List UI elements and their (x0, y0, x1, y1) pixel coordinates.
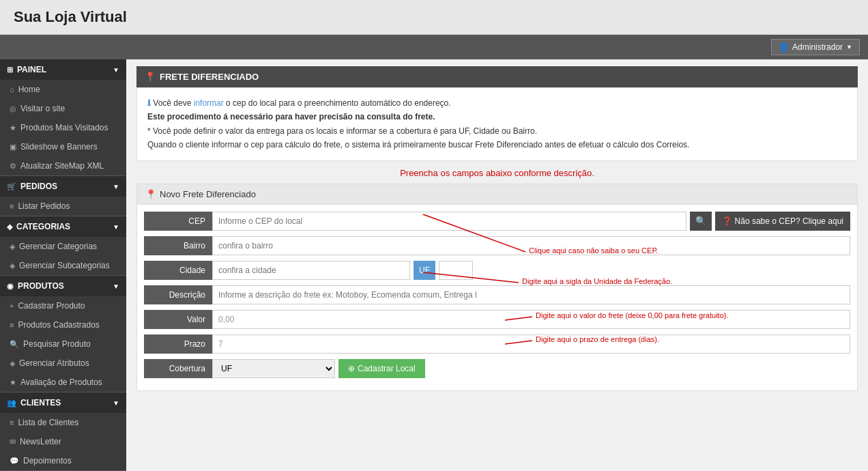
form-row-bairro: Bairro (137, 236, 857, 255)
cep-input-wrap: 🔍 ❓ Não sabe o CEP? Clique aqui (212, 212, 850, 231)
top-header: Sua Loja Virtual (0, 0, 868, 35)
bairro-input[interactable] (212, 236, 850, 255)
list2-icon: ≡ (10, 321, 14, 329)
form-row-cep: CEP 🔍 ❓ Não sabe o CEP? Clique aqui (137, 212, 857, 231)
produtos-icon: ◉ (7, 282, 14, 290)
sitemap-icon: ⚙ (10, 162, 16, 171)
home-icon: ⌂ (10, 85, 14, 94)
pedidos-icon: 🛒 (7, 182, 16, 190)
info-box: ℹ Você deve informar o cep do local para… (136, 87, 858, 161)
admin-bar: 👤 Administrador (0, 35, 868, 59)
sidebar-item-gerenciar-categorias[interactable]: ◈ Gerenciar Categorias (0, 237, 126, 256)
sidebar-header-produtos[interactable]: ◉PRODUTOS ▼ (0, 276, 126, 296)
info-circle-icon: ℹ (147, 98, 151, 108)
valor-input[interactable] (212, 310, 850, 329)
prazo-input[interactable] (212, 334, 850, 354)
sidebar-item-gerenciar-subcategorias[interactable]: ◈ Gerenciar Subcategorias (0, 256, 126, 275)
categorias-label: CATEGORIAS (16, 222, 70, 231)
sidebar-section-produtos: ◉PRODUTOS ▼ + Cadastrar Produto ≡ Produt… (0, 276, 126, 392)
sidebar-item-home[interactable]: ⌂ Home (0, 80, 126, 99)
sidebar-item-depoimentos[interactable]: 💬 Depoimentos (0, 451, 126, 470)
question-icon: ❓ (722, 216, 732, 226)
sidebar-item-cadastrar-produto[interactable]: + Cadastrar Produto (0, 296, 126, 315)
list-icon: ≡ (10, 202, 14, 210)
star-icon: ★ (10, 124, 16, 132)
admin-label: Administrador (792, 42, 843, 52)
info-highlight: informar (194, 98, 224, 108)
painel-label: PAINEL (17, 65, 46, 74)
sidebar-item-produtos-cadastrados[interactable]: ≡ Produtos Cadastrados (0, 315, 126, 334)
sidebar-section-painel: ⊞PAINEL ▼ ⌂ Home ◎ Visitar o site ★ Prod… (0, 59, 126, 176)
visitar-icon: ◎ (10, 104, 16, 113)
layout: ⊞PAINEL ▼ ⌂ Home ◎ Visitar o site ★ Prod… (0, 59, 868, 471)
sidebar-header-categorias[interactable]: ◈CATEGORIAS ▼ (0, 216, 126, 237)
sidebar-item-gerenciar-atributos[interactable]: ◈ Gerenciar Atributos (0, 354, 126, 373)
sidebar-header-clientes[interactable]: 👥CLIENTES ▼ (0, 392, 126, 413)
plus-icon: ⊕ (348, 364, 355, 373)
sidebar-item-produtos-visitados[interactable]: ★ Produtos Mais Visitados (0, 118, 126, 137)
sidebar-item-pesquisar-produto[interactable]: 🔍 Pesquisar Produto (0, 334, 126, 354)
sidebar-item-lista-clientes[interactable]: ≡ Lista de Clientes (0, 413, 126, 432)
info-line-2: Este procedimento á necessário para have… (147, 110, 847, 124)
sidebar-item-listar-pedidos[interactable]: ≡ Listar Pedidos (0, 197, 126, 216)
form-row-cidade: Cidade UF (137, 261, 857, 280)
pedidos-label: PEDIDOS (20, 182, 57, 191)
sidebar-item-avaliacao[interactable]: ★ Avaliação de Produtos (0, 373, 126, 392)
page-title: FRETE DIFERENCIADO (160, 72, 259, 82)
clientes-arrow: ▼ (113, 399, 119, 407)
sidebar-item-sitemap[interactable]: ⚙ Atualizar SiteMap XML (0, 156, 126, 175)
clientes-label: CLIENTES (20, 398, 61, 408)
cep-search-button[interactable]: 🔍 (690, 212, 712, 231)
main-content: 📍 FRETE DIFERENCIADO ℹ Você deve informa… (126, 59, 868, 471)
form-table: CEP 🔍 ❓ Não sabe o CEP? Clique aqui (137, 205, 857, 390)
depoimentos-icon: 💬 (10, 457, 19, 466)
sidebar-header-painel[interactable]: ⊞PAINEL ▼ (0, 59, 126, 80)
cidade-label: Cidade (144, 261, 212, 280)
cadastrar-label: Cadastrar Local (358, 364, 416, 373)
uf-input[interactable] (439, 261, 473, 280)
user-icon: 👤 (779, 42, 789, 52)
sidebar-item-visitar-site[interactable]: ◎ Visitar o site (0, 99, 126, 118)
star2-icon: ★ (10, 378, 16, 387)
clientes-icon: 👥 (7, 399, 16, 407)
sidebar-item-newsletter[interactable]: ✉ NewsLetter (0, 432, 126, 451)
sidebar-section-pedidos: 🛒PEDIDOS ▼ ≡ Listar Pedidos (0, 176, 126, 216)
sidebar-section-categorias: ◈CATEGORIAS ▼ ◈ Gerenciar Categorias ◈ G… (0, 216, 126, 276)
location-icon: 📍 (145, 189, 156, 199)
painel-arrow: ▼ (113, 66, 119, 74)
form-section: 📍 Novo Frete Diferenciado CEP 🔍 ❓ Não sa… (136, 184, 858, 391)
info-line-1: ℹ Você deve informar o cep do local para… (147, 96, 847, 110)
bairro-label: Bairro (144, 236, 212, 255)
slideshow-icon: ▣ (10, 143, 16, 152)
bairro-input-wrap (212, 236, 850, 255)
cadastrar-local-button[interactable]: ⊕ Cadastrar Local (338, 359, 425, 378)
newsletter-icon: ✉ (10, 438, 16, 446)
info-line-4: Quando o cliente informar o cep para cál… (147, 138, 847, 152)
add-icon: + (10, 302, 14, 310)
cep-help-button[interactable]: ❓ Não sabe o CEP? Clique aqui (715, 212, 850, 231)
admin-user-button[interactable]: 👤 Administrador (771, 39, 860, 55)
form-with-annotations: 📍 Novo Frete Diferenciado CEP 🔍 ❓ Não sa… (136, 184, 858, 391)
produtos-arrow: ▼ (113, 283, 119, 290)
cep-label: CEP (144, 212, 212, 231)
cat-icon: ◈ (10, 242, 15, 251)
categorias-arrow: ▼ (113, 223, 119, 231)
valor-label: Valor (144, 310, 212, 329)
fill-instruction: Preencha os campos abaixo conforme descr… (136, 168, 858, 178)
sidebar-header-pedidos[interactable]: 🛒PEDIDOS ▼ (0, 176, 126, 197)
attr-icon: ◈ (10, 359, 15, 368)
sidebar-item-slideshow[interactable]: ▣ Slideshow e Banners (0, 137, 126, 156)
pedidos-arrow: ▼ (113, 183, 119, 190)
descricao-input[interactable] (212, 285, 850, 304)
frete-icon: 📍 (145, 72, 156, 82)
prazo-label: Prazo (144, 334, 212, 354)
site-title: Sua Loja Virtual (14, 8, 854, 26)
sidebar: ⊞PAINEL ▼ ⌂ Home ◎ Visitar o site ★ Prod… (0, 59, 126, 471)
form-row-descricao: Descrição (137, 285, 857, 304)
categorias-icon: ◈ (7, 223, 12, 231)
cep-input[interactable] (212, 212, 686, 231)
cidade-input[interactable] (212, 261, 410, 280)
cobertura-select[interactable]: UF Cidade Bairro (212, 359, 335, 378)
produtos-label: PRODUTOS (18, 281, 64, 291)
form-row-cobertura: Cobertura UF Cidade Bairro ⊕ Cadastrar L… (137, 359, 857, 378)
